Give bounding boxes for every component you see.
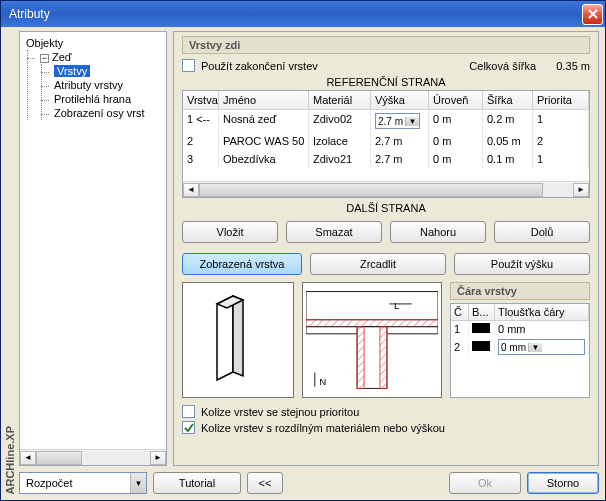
delete-button[interactable]: Smazat	[286, 221, 382, 243]
height-cell[interactable]: 2.7 m▼	[371, 110, 429, 132]
height-combo[interactable]: 2.7 m▼	[375, 113, 420, 129]
select-value: Rozpočet	[20, 477, 130, 489]
table-cell[interactable]: Izolace	[309, 132, 371, 150]
table-row[interactable]: 1 <--Nosná zeďZdivo022.7 m▼0 m0.2 m1	[183, 110, 589, 132]
lines-row[interactable]: 20 mm▼	[451, 337, 589, 357]
table-cell[interactable]: 0 m	[429, 110, 483, 132]
scroll-track[interactable]	[36, 451, 150, 465]
thickness-combo[interactable]: 0 mm▼	[498, 339, 585, 355]
table-cell[interactable]: 0.05 m	[483, 132, 533, 150]
use-height-button[interactable]: Použít výšku	[454, 253, 590, 275]
shown-layer-button[interactable]: Zobrazená vrstva	[182, 253, 302, 275]
table-cell[interactable]: 1	[533, 110, 589, 132]
wall-section-preview: L N	[302, 282, 442, 398]
table-hscrollbar[interactable]: ◄ ►	[183, 181, 589, 197]
table-cell[interactable]: Zdivo02	[309, 110, 371, 132]
svg-rect-5	[306, 320, 438, 327]
dialog-window: Atributy ARCHline.XP Objekty −Zeď Vrstv	[0, 0, 606, 501]
table-cell[interactable]: 3	[183, 150, 219, 168]
table-body: 1 <--Nosná zeďZdivo022.7 m▼0 m0.2 m12PAR…	[183, 110, 589, 181]
lth-b[interactable]: B...	[469, 304, 495, 320]
table-row[interactable]: 3ObezdívkaZdivo212.7 m0 m0.1 m1	[183, 150, 589, 168]
up-button[interactable]: Nahoru	[390, 221, 486, 243]
ok-button[interactable]: Ok	[449, 472, 521, 494]
th-uroven[interactable]: Úroveň	[429, 91, 483, 109]
lth-c[interactable]: Č	[451, 304, 469, 320]
lines-body: 10 mm20 mm▼	[451, 321, 589, 357]
line-num: 2	[451, 339, 469, 355]
scroll-track[interactable]	[199, 183, 573, 197]
line-thickness[interactable]: 0 mm	[495, 321, 589, 337]
svg-rect-9	[380, 327, 387, 389]
svg-rect-4	[306, 292, 438, 320]
titlebar: Atributy	[1, 1, 605, 27]
tree-hscrollbar[interactable]: ◄ ►	[20, 449, 166, 465]
lines-row[interactable]: 10 mm	[451, 321, 589, 337]
brand-strip: ARCHline.XP	[1, 27, 19, 500]
line-thickness[interactable]: 0 mm▼	[495, 337, 589, 357]
height-cell[interactable]: 2.7 m	[371, 132, 429, 150]
scroll-left-icon[interactable]: ◄	[20, 451, 36, 465]
window-title: Atributy	[9, 7, 582, 21]
wall-section-icon: L N	[306, 286, 438, 394]
height-cell[interactable]: 2.7 m	[371, 150, 429, 168]
chevron-down-icon: ▼	[130, 473, 146, 493]
th-priorita[interactable]: Priorita	[533, 91, 589, 109]
tree-node-zed[interactable]: −Zeď	[38, 50, 164, 64]
table-cell[interactable]: Obezdívka	[219, 150, 309, 168]
tree-node-atributy-vrstvy[interactable]: Atributy vrstvy	[52, 78, 164, 92]
tree-node-zobrazeni-osy[interactable]: Zobrazení osy vrst	[52, 106, 164, 120]
use-end-label: Použít zakončení vrstev	[201, 60, 318, 72]
lines-table: Č B... Tloušťka čáry 10 mm20 mm▼	[450, 303, 590, 398]
table-cell[interactable]: 0.2 m	[483, 110, 533, 132]
table-row[interactable]: 2PAROC WAS 50Izolace2.7 m0 m0.05 m2	[183, 132, 589, 150]
down-button[interactable]: Dolů	[494, 221, 590, 243]
wall-preview-3d	[182, 282, 294, 398]
table-cell[interactable]: PAROC WAS 50	[219, 132, 309, 150]
tutorial-button[interactable]: Tutorial	[153, 472, 241, 494]
th-vrstva[interactable]: Vrstva	[183, 91, 219, 109]
table-cell[interactable]: 1	[533, 150, 589, 168]
svg-text:N: N	[319, 376, 326, 387]
line-color[interactable]	[469, 339, 495, 355]
dialog-footer: Rozpočet ▼ Tutorial << Ok Storno	[19, 470, 599, 494]
table-cell[interactable]: 0.1 m	[483, 150, 533, 168]
scroll-left-icon[interactable]: ◄	[183, 183, 199, 197]
lth-tloustka[interactable]: Tloušťka čáry	[495, 304, 589, 320]
table-cell[interactable]: 0 m	[429, 150, 483, 168]
collapse-icon[interactable]: −	[40, 54, 49, 63]
wall-3d-icon	[209, 292, 267, 388]
close-button[interactable]	[582, 4, 603, 25]
scroll-right-icon[interactable]: ►	[150, 451, 166, 465]
table-cell[interactable]: 2	[183, 132, 219, 150]
table-cell[interactable]: 0 m	[429, 132, 483, 150]
scroll-thumb[interactable]	[36, 451, 82, 465]
object-tree-panel: Objekty −Zeď Vrstvy Atributy vrstvy Prot…	[19, 31, 167, 466]
object-tree[interactable]: Objekty −Zeď Vrstvy Atributy vrstvy Prot…	[20, 32, 166, 449]
insert-button[interactable]: Vložit	[182, 221, 278, 243]
rozpocet-select[interactable]: Rozpočet ▼	[19, 472, 147, 494]
line-color[interactable]	[469, 321, 495, 337]
tree-root-objekty[interactable]: Objekty	[24, 36, 164, 50]
tree-node-protilehla-hrana[interactable]: Protilehlá hrana	[52, 92, 164, 106]
back-button[interactable]: <<	[247, 472, 283, 494]
mirror-button[interactable]: Zrcadlit	[310, 253, 446, 275]
layers-table: Vrstva Jméno Materiál Výška Úroveň Šířka…	[182, 90, 590, 198]
table-cell[interactable]: Zdivo21	[309, 150, 371, 168]
collision-same-checkbox[interactable]	[182, 405, 195, 418]
tree-node-vrstvy[interactable]: Vrstvy	[52, 64, 164, 78]
chevron-down-icon: ▼	[528, 343, 542, 352]
storno-button[interactable]: Storno	[527, 472, 599, 494]
table-cell[interactable]: Nosná zeď	[219, 110, 309, 132]
table-cell[interactable]: 2	[533, 132, 589, 150]
collision-diff-checkbox[interactable]	[182, 421, 195, 434]
th-jmeno[interactable]: Jméno	[219, 91, 309, 109]
th-material[interactable]: Materiál	[309, 91, 371, 109]
scroll-right-icon[interactable]: ►	[573, 183, 589, 197]
scroll-thumb[interactable]	[199, 183, 543, 197]
use-end-checkbox[interactable]	[182, 59, 195, 72]
th-vyska[interactable]: Výška	[371, 91, 429, 109]
table-header: Vrstva Jméno Materiál Výška Úroveň Šířka…	[183, 91, 589, 110]
th-sirka[interactable]: Šířka	[483, 91, 533, 109]
table-cell[interactable]: 1 <--	[183, 110, 219, 132]
